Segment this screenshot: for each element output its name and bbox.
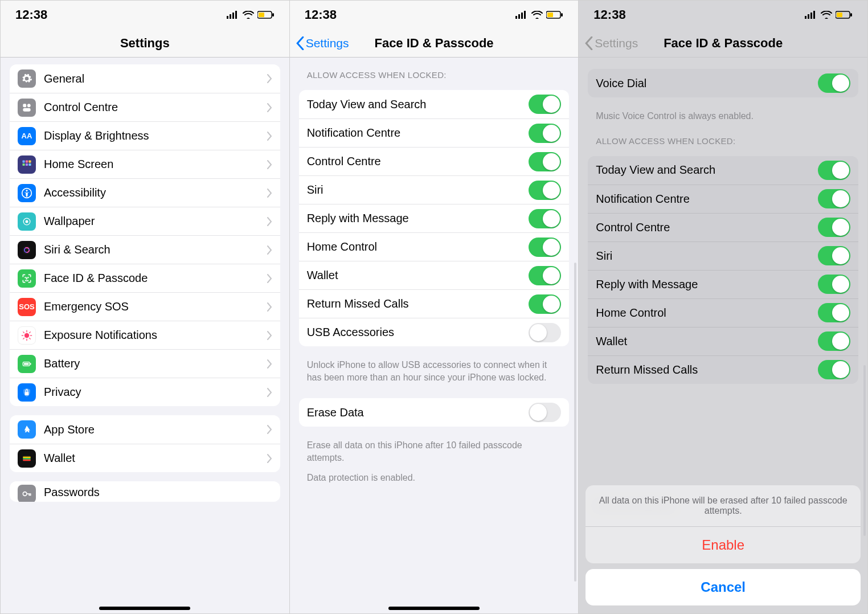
allow-footer: Unlock iPhone to allow USB accessories t… [290,355,579,391]
switch-usb-accessories[interactable] [529,323,561,342]
switch-return-missed-calls[interactable] [529,294,561,314]
row-return-missed-calls: Return Missed Calls [588,355,858,384]
row-label: Battery [44,357,267,370]
row-label: Face ID & Passcode [44,272,267,285]
gear-icon [18,69,36,88]
nav-title: Settings [120,36,170,51]
svg-line-32 [29,331,30,333]
switch-home-control[interactable] [529,238,561,257]
cancel-button[interactable]: Cancel [586,569,861,605]
siri-icon [18,241,36,259]
svg-rect-54 [837,13,842,17]
settings-content[interactable]: General Control Centre AA Display & Brig… [1,58,289,613]
chevron-right-icon [267,217,272,226]
chevron-left-icon [296,36,305,50]
voice-dial-footer: Music Voice Control is always enabled. [579,107,867,130]
enable-button[interactable]: Enable [586,527,861,563]
control-centre-icon [18,99,36,117]
row-label: Emergency SOS [44,300,267,313]
svg-rect-36 [30,363,31,365]
chevron-right-icon [267,302,272,312]
row-label: Exposure Notifications [44,329,267,342]
row-label: Control Centre [44,101,267,114]
key-icon [18,485,36,502]
exposure-icon [18,326,36,345]
row-today-view[interactable]: Today View and Search [299,90,570,118]
switch-notification-centre[interactable] [529,124,561,143]
row-control-centre: Control Centre [588,213,858,241]
row-today-view: Today View and Search [588,156,858,185]
faceid-content[interactable]: ALLOW ACCESS WHEN LOCKED: Today View and… [290,58,579,613]
back-button[interactable]: Settings [296,36,349,50]
row-app-store[interactable]: App Store [10,415,280,444]
row-exposure-notifications[interactable]: Exposure Notifications [10,321,280,349]
row-wallpaper[interactable]: Wallpaper [10,207,280,235]
nav-title: Face ID & Passcode [664,36,783,51]
chevron-right-icon [267,359,272,369]
switch-reply-message[interactable] [529,209,561,228]
switch-wallet[interactable] [529,266,561,285]
svg-point-24 [28,277,28,277]
svg-rect-40 [23,459,30,461]
svg-rect-43 [518,14,520,19]
row-wallet[interactable]: Wallet [299,261,570,289]
row-usb-accessories[interactable]: USB Accessories [299,318,570,346]
row-display-brightness[interactable]: AA Display & Brightness [10,121,280,150]
phone-faceid-passcode: 12:38 Settings Face ID & Passcode ALLOW … [290,0,579,614]
row-siri-search[interactable]: Siri & Search [10,235,280,264]
chevron-right-icon [267,388,272,397]
row-wallet[interactable]: Wallet [10,444,280,472]
status-bar: 12:38 [579,1,867,29]
svg-line-33 [23,338,24,339]
privacy-icon [18,383,36,402]
switch-control-centre [818,218,850,237]
row-battery[interactable]: Battery [10,349,280,378]
row-control-centre[interactable]: Control Centre [299,147,570,175]
row-home-screen[interactable]: Home Screen [10,150,280,178]
row-general[interactable]: General [10,64,280,93]
row-siri[interactable]: Siri [299,175,570,204]
scrollbar[interactable] [574,263,576,582]
row-erase-data[interactable]: Erase Data [299,398,570,427]
home-indicator[interactable] [99,607,190,610]
row-reply-message[interactable]: Reply with Message [299,204,570,232]
svg-rect-35 [24,363,28,365]
settings-group-3: Passwords [10,481,280,502]
svg-line-30 [23,331,24,333]
switch-wallet [818,331,850,351]
row-emergency-sos[interactable]: SOS Emergency SOS [10,292,280,321]
switch-today-view[interactable] [529,95,561,114]
row-siri: Siri [588,241,858,270]
chevron-right-icon [267,454,272,463]
row-control-centre[interactable]: Control Centre [10,93,280,121]
svg-point-19 [26,220,28,223]
row-label: Accessibility [44,186,267,199]
home-indicator[interactable] [388,607,480,610]
action-sheet: All data on this iPhone will be erased a… [586,485,861,605]
row-privacy[interactable]: Privacy [10,378,280,406]
action-sheet-group: All data on this iPhone will be erased a… [586,485,861,563]
switch-voice-dial [818,73,850,93]
nav-title: Face ID & Passcode [374,36,493,51]
svg-point-25 [24,333,29,337]
row-faceid-passcode[interactable]: Face ID & Passcode [10,264,280,292]
chevron-right-icon [267,425,272,434]
row-return-missed-calls[interactable]: Return Missed Calls [299,289,570,318]
settings-group-2: App Store Wallet [10,415,280,472]
svg-point-41 [23,492,27,496]
row-notification-centre[interactable]: Notification Centre [299,118,570,147]
row-home-control[interactable]: Home Control [299,232,570,261]
svg-rect-47 [547,13,553,17]
battery-icon [18,355,36,373]
phone-faceid-actionsheet: 12:38 Settings Face ID & Passcode Voice … [579,0,868,614]
row-label: Siri & Search [44,243,267,256]
cellular-signal-icon [515,11,528,19]
row-accessibility[interactable]: Accessibility [10,178,280,207]
row-passwords[interactable]: Passwords [10,481,280,502]
switch-control-centre[interactable] [529,152,561,171]
row-label: Home Screen [44,158,267,171]
switch-siri[interactable] [529,181,561,200]
status-time: 12:38 [15,7,47,22]
cellular-signal-icon [805,11,817,19]
switch-erase-data[interactable] [529,403,561,422]
